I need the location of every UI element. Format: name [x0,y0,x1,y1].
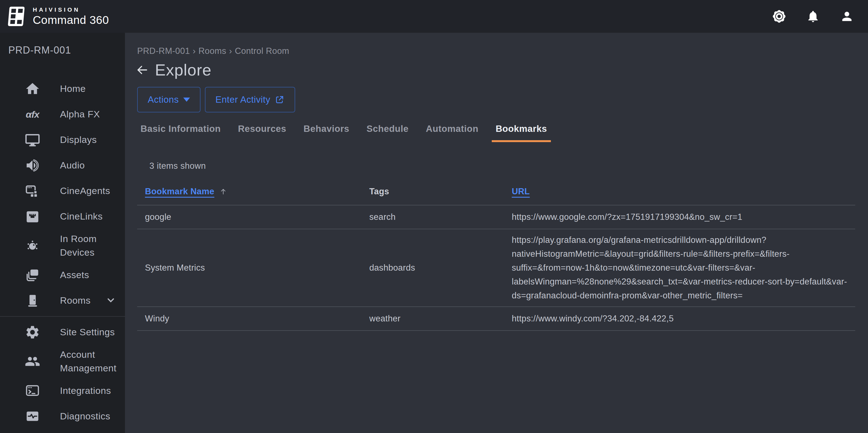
videowall-logo-icon [7,5,27,27]
column-header-tags: Tags [369,187,512,197]
sidebar-item-audio[interactable]: Audio [0,153,125,178]
sidebar-item-label: Displays [60,133,97,146]
actions-button-label: Actions [148,94,179,105]
main-content: PRD-RM-001›Rooms›Control Room Explore Ac… [125,33,868,433]
display-icon [25,132,40,148]
sidebar-item-in-room-devices[interactable]: In Room Devices [0,229,125,262]
sidebar-item-integrations[interactable]: Integrations [0,378,125,403]
tab-behaviors[interactable]: Behaviors [303,124,350,142]
enter-activity-button[interactable]: Enter Activity [205,87,296,112]
bookmark-tags-cell: dashboards [369,256,512,279]
people-icon [25,353,40,369]
column-header-url[interactable]: URL [512,187,530,196]
layers-icon [25,267,40,283]
user-avatar-icon[interactable] [839,8,855,25]
sidebar-item-displays[interactable]: Displays [0,127,125,153]
tab-resources[interactable]: Resources [238,124,287,142]
breadcrumb: PRD-RM-001›Rooms›Control Room [137,46,855,56]
sidebar-item-label: Rooms [60,294,91,307]
tab-schedule[interactable]: Schedule [366,124,409,142]
sidebar-item-label: CineAgents [60,184,110,198]
gear-icon [25,324,40,340]
sidebar-item-assets[interactable]: Assets [0,262,125,288]
sidebar-item-label: CineLinks [60,209,103,223]
enter-activity-button-label: Enter Activity [215,94,271,105]
sidebar-item-label: Diagnostics [60,409,110,423]
settings-gear-icon[interactable] [771,8,787,25]
sidebar-item-site-settings[interactable]: Site Settings [0,320,125,345]
sidebar-item-diagnostics[interactable]: Diagnostics [0,403,125,429]
table-row[interactable]: Windy weather https://www.windy.com/?34.… [137,307,855,331]
table-header-row: Bookmark Name Tags URL [137,187,855,205]
tab-automation[interactable]: Automation [425,124,479,142]
alpha-fx-icon: αfx [25,106,40,123]
topbar-actions [771,8,868,25]
bookmark-url-cell: https://www.google.com/?zx=1751917199304… [512,206,855,228]
breadcrumb-item-rooms[interactable]: Rooms [198,46,226,56]
column-header-bookmark-name[interactable]: Bookmark Name [145,187,214,197]
breadcrumb-item-control-room[interactable]: Control Room [235,46,289,56]
page-title: Explore [155,61,212,79]
bookmark-tags-cell: search [369,205,512,229]
brand-name: HAIVISION [33,6,109,13]
top-bar: HAIVISION Command 360 [0,0,868,33]
door-icon [25,293,40,309]
bookmark-tags-cell: weather [369,307,512,330]
sidebar-item-home[interactable]: Home [0,76,125,102]
sidebar-item-label: Site Settings [60,325,115,339]
home-icon [25,81,40,97]
brand: HAIVISION Command 360 [0,5,109,27]
sidebar-item-cinelinks[interactable]: CineLinks [0,204,125,229]
sidebar-item-label: Home [60,82,86,96]
bookmark-name-cell: google [137,205,369,229]
items-shown-count: 3 items shown [149,161,855,171]
sort-ascending-icon[interactable] [219,187,228,196]
actions-button[interactable]: Actions [137,87,200,112]
bookmark-url-cell: https://play.grafana.org/a/grafana-metri… [512,229,855,306]
tab-bar: Basic Information Resources Behaviors Sc… [140,124,855,142]
breadcrumb-separator: › [229,46,232,56]
breadcrumb-separator: › [193,46,196,56]
speaker-icon [25,157,40,173]
toolbar: Actions Enter Activity [137,87,855,112]
tab-bookmarks[interactable]: Bookmarks [492,124,551,142]
pulse-icon [25,408,40,424]
sidebar: PRD-RM-001 Home αfx Alpha FX Displays Au… [0,33,125,433]
sidebar-item-label: Account Management [60,348,125,375]
sidebar-divider [0,316,125,317]
bookmark-name-cell: System Metrics [137,256,369,279]
open-in-new-icon [275,95,285,105]
chevron-down-icon[interactable] [105,295,116,306]
product-name: Command 360 [33,13,109,27]
device-puck-icon [25,238,40,254]
sidebar-item-label: Alpha FX [60,107,100,121]
breadcrumb-item-site[interactable]: PRD-RM-001 [137,46,190,56]
sidebar-item-label: Audio [60,159,85,172]
notifications-bell-icon[interactable] [805,8,822,25]
sidebar-item-alpha-fx[interactable]: αfx Alpha FX [0,102,125,127]
sidebar-item-label: In Room Devices [60,232,125,260]
terminal-icon [25,382,40,399]
caret-down-icon [183,97,190,102]
sidebar-item-label: Integrations [60,384,111,397]
sidebar-item-rooms[interactable]: Rooms [0,288,125,313]
bookmark-name-cell: Windy [137,307,369,330]
sidebar-item-label: Assets [60,268,89,282]
table-row[interactable]: google search https://www.google.com/?zx… [137,205,855,229]
ethernet-port-icon [25,208,40,225]
arrow-left-icon[interactable] [135,63,149,77]
sidebar-item-account-management[interactable]: Account Management [0,345,125,378]
cineagents-window-icon [25,183,40,199]
sidebar-nav: Home αfx Alpha FX Displays Audio [0,76,125,429]
bookmarks-table: Bookmark Name Tags URL google search htt… [137,187,855,331]
bookmark-url-cell: https://www.windy.com/?34.202,-84.422,5 [512,308,855,330]
sidebar-site-title: PRD-RM-001 [0,33,125,56]
tab-basic-information[interactable]: Basic Information [140,124,221,142]
sidebar-item-cineagents[interactable]: CineAgents [0,178,125,204]
table-row[interactable]: System Metrics dashboards https://play.g… [137,229,855,307]
